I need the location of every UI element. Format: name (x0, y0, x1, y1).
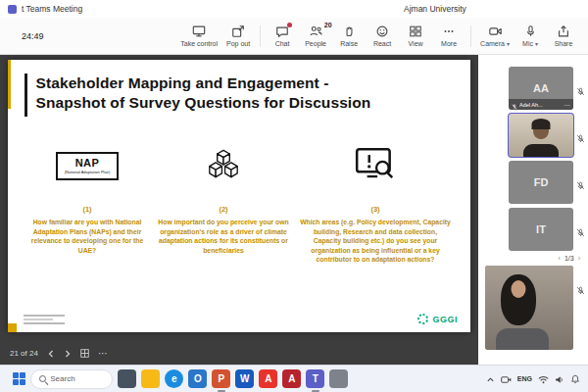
teams-icon[interactable]: T (306, 369, 324, 388)
question-text: Which areas (e.g. Policy development, Ca… (299, 218, 452, 265)
people-button[interactable]: 20 People (299, 23, 332, 49)
view-button[interactable]: View (399, 23, 432, 49)
notification-bell-icon[interactable] (570, 370, 580, 388)
participants-sidebar: AA Adel Ah... ⋯ (478, 55, 588, 365)
mic-icon (524, 24, 537, 38)
camera-label: Camera (480, 40, 505, 47)
more-options-button[interactable]: ⋯ (98, 351, 109, 357)
gggi-ring-icon (417, 314, 428, 324)
view-label: View (409, 40, 423, 47)
take-control-button[interactable]: Take control (176, 23, 221, 49)
file-explorer-icon[interactable] (141, 369, 160, 388)
powerpoint-icon[interactable]: P (212, 369, 230, 388)
gggi-logo-text: GGGI (432, 315, 458, 324)
outlook-icon[interactable]: O (188, 369, 207, 388)
share-icon (557, 24, 570, 38)
acrobat-reader-icon[interactable]: A (282, 369, 301, 388)
question-number: (1) (82, 205, 91, 214)
organization-label: Ajman University (404, 4, 466, 14)
more-label: More (441, 40, 457, 47)
volume-icon[interactable] (555, 370, 564, 388)
mic-label: Mic (522, 40, 533, 47)
cubes-icon (203, 149, 244, 183)
participant-tile-aa[interactable]: AA Adel Ah... ⋯ (509, 67, 573, 110)
react-button[interactable]: React (366, 23, 399, 49)
chevron-down-icon[interactable]: ▾ (507, 40, 510, 47)
pop-out-icon (231, 24, 245, 38)
self-video-row (478, 266, 588, 350)
raise-hand-button[interactable]: Raise (332, 23, 366, 49)
next-slide-button[interactable] (64, 350, 72, 358)
windows-taskbar: Search e O P W A A T ENG (0, 365, 588, 392)
system-tray: ENG (486, 370, 582, 388)
title-bar: t Teams Meeting Ajman University (0, 0, 588, 18)
question-text: How familiar are you with National Adapt… (29, 218, 145, 255)
participant-more-button[interactable]: ⋯ (564, 101, 571, 108)
wifi-icon[interactable] (538, 370, 549, 388)
chat-button[interactable]: Chat (266, 23, 299, 49)
gggi-logo: GGGI (417, 314, 458, 324)
mic-muted-icon (576, 176, 585, 194)
toolbar-separator (260, 25, 261, 47)
title-rule (24, 74, 27, 117)
language-indicator[interactable]: ENG (517, 375, 532, 382)
page-prev-button[interactable]: ‹ (559, 255, 561, 262)
taskbar-search[interactable]: Search (30, 369, 113, 389)
acrobat-icon[interactable]: A (259, 369, 277, 388)
mic-muted-icon (512, 96, 517, 111)
tray-expand-icon[interactable] (486, 370, 495, 388)
mic-muted-icon (576, 223, 585, 241)
participant-tile-it[interactable]: IT (509, 208, 573, 251)
chevron-down-icon[interactable]: ▾ (535, 40, 538, 47)
monitor-icon (192, 24, 206, 38)
take-control-label: Take control (180, 40, 218, 47)
settings-app-icon[interactable] (329, 369, 348, 388)
taskbar-center: Search e O P W A A T (13, 369, 348, 389)
question-column-3: (3) Which areas (e.g. Policy development… (296, 138, 455, 265)
teams-meeting-window: t Teams Meeting Ajman University 24:49 T… (0, 0, 588, 392)
participant-row: AA Adel Ah... ⋯ (478, 67, 588, 110)
previous-slide-button[interactable] (47, 350, 55, 358)
participant-row: IT (478, 208, 588, 251)
chat-notification-dot (287, 23, 292, 27)
window-title: t Teams Meeting (22, 4, 82, 14)
start-button[interactable] (13, 372, 25, 385)
question-number: (3) (370, 205, 379, 214)
question-column-2: (2) How important do you perceive your o… (154, 138, 293, 265)
react-label: React (373, 40, 391, 47)
main-area: Stakeholder Mapping and Engagement - Sna… (0, 55, 588, 365)
participant-tile-video[interactable] (509, 114, 573, 157)
participant-name-strip: Adel Ah... ⋯ (509, 99, 573, 110)
pop-out-button[interactable]: Pop out (221, 23, 255, 49)
word-icon[interactable]: W (235, 369, 254, 388)
more-dots-icon (442, 24, 456, 38)
meeting-timer: 24:49 (22, 31, 44, 41)
smiley-icon (375, 24, 389, 38)
participant-video (509, 114, 573, 157)
share-button[interactable]: Share (547, 23, 580, 49)
slide-title-line1: Stakeholder Mapping and Engagement - (36, 74, 371, 93)
presentation-slide: Stakeholder Mapping and Engagement - Sna… (8, 60, 470, 332)
nap-box-icon: NAP (National Adaptation Plan) (56, 152, 119, 180)
control-group: Take control Pop out (176, 23, 255, 49)
self-video-tile[interactable] (485, 266, 573, 350)
avatar-initials: IT (509, 208, 573, 251)
participant-name: Adel Ah... (519, 102, 563, 108)
tray-camera-icon[interactable] (501, 370, 512, 388)
participant-row (478, 114, 588, 157)
raise-hand-icon (343, 24, 356, 38)
camera-button[interactable]: Camera▾ (476, 23, 514, 49)
people-label: People (305, 40, 326, 47)
question-number: (2) (219, 205, 227, 214)
people-count-badge: 20 (324, 22, 332, 28)
page-next-button[interactable]: › (578, 255, 580, 262)
desktop-app-icon[interactable] (118, 369, 136, 388)
participant-tile-fd[interactable]: FD (509, 161, 573, 204)
search-icon (39, 375, 46, 382)
question-columns: NAP (National Adaptation Plan) (1) How f… (8, 138, 470, 265)
edge-icon[interactable]: e (165, 369, 183, 388)
participants-pagination: ‹ 1/3 › (478, 255, 588, 262)
more-button[interactable]: More (432, 23, 466, 49)
grid-view-button[interactable] (80, 349, 89, 358)
mic-button[interactable]: Mic▾ (514, 23, 547, 49)
